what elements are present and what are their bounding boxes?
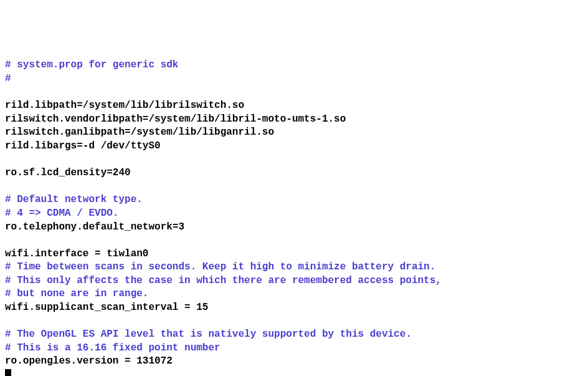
code-line: # This only affects the case in which th… xyxy=(5,274,583,288)
cursor-icon xyxy=(5,369,11,376)
code-line: # Time between scans in seconds. Keep it… xyxy=(5,261,583,274)
code-line xyxy=(5,234,583,248)
code-line: # but none are in range. xyxy=(5,287,583,301)
code-line: # 4 => CDMA / EVDO. xyxy=(5,207,583,221)
code-line: # The OpenGL ES API level that is native… xyxy=(5,328,583,342)
code-line xyxy=(5,86,583,100)
code-line: # Default network type. xyxy=(5,193,583,207)
code-line: wifi.supplicant_scan_interval = 15 xyxy=(5,301,583,315)
code-line: rild.libpath=/system/lib/librilswitch.so xyxy=(5,99,583,113)
cursor-line xyxy=(5,369,583,376)
code-line: ro.telephony.default_network=3 xyxy=(5,221,583,234)
code-line: rild.libargs=-d /dev/ttyS0 xyxy=(5,140,583,153)
code-line: ro.opengles.version = 131072 xyxy=(5,355,583,369)
code-block: # system.prop for generic sdk# rild.libp… xyxy=(5,59,583,376)
code-line xyxy=(5,315,583,329)
code-line: wifi.interface = tiwlan0 xyxy=(5,248,583,261)
code-line: # xyxy=(5,72,583,86)
code-line: # This is a 16.16 fixed point number xyxy=(5,342,583,355)
code-line: rilswitch.ganlibpath=/system/lib/libganr… xyxy=(5,126,583,140)
code-line xyxy=(5,180,583,194)
code-line: # system.prop for generic sdk xyxy=(5,59,583,72)
code-line: ro.sf.lcd_density=240 xyxy=(5,166,583,180)
code-line xyxy=(5,153,583,167)
code-line: rilswitch.vendorlibpath=/system/lib/libr… xyxy=(5,113,583,127)
